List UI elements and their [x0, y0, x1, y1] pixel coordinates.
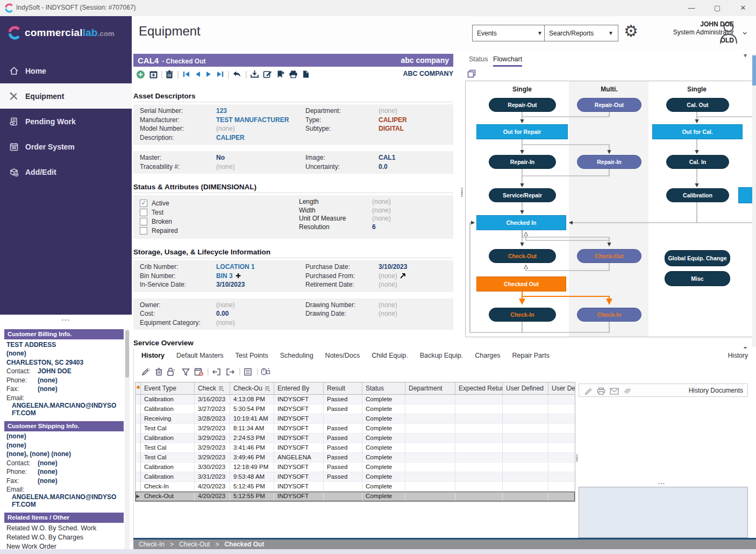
flow-node-check-in-multi[interactable]: Check-In: [577, 308, 641, 322]
user-menu-chevron-icon[interactable]: ⌄: [741, 26, 748, 37]
move-left-icon[interactable]: [211, 367, 221, 377]
flow-node-cal-out[interactable]: Cal. Out: [666, 98, 729, 112]
flow-node-calibration[interactable]: Calibration: [666, 188, 729, 202]
subtype-value[interactable]: DIGITAL: [379, 125, 453, 133]
bookmark-add-icon[interactable]: [275, 69, 285, 79]
flow-node-repair-out-multi[interactable]: Repair-Out: [577, 98, 641, 112]
sidebar-item-home[interactable]: Home: [0, 58, 132, 83]
billing-email[interactable]: ANGELENA.MARCIANO@INDYSOFT.COM: [4, 402, 117, 417]
flow-node-check-out-multi[interactable]: Check-Out: [577, 249, 641, 263]
breadcrumb-check-in[interactable]: Check-In: [139, 541, 165, 548]
undo-icon[interactable]: [232, 69, 241, 79]
test-checkbox[interactable]: [140, 209, 147, 216]
move-right-icon[interactable]: [225, 367, 235, 377]
flow-node-checked-in[interactable]: Checked In: [476, 215, 566, 230]
column-header-entered-by[interactable]: Entered By: [274, 382, 324, 394]
bin-number-value[interactable]: BIN 3: [216, 272, 233, 280]
checkbox-row-active[interactable]: Active: [140, 198, 299, 208]
shipping-email[interactable]: ANGELENA.MARCIANO@INDYSOFT.COM: [4, 493, 117, 508]
sidebar-scrollbar-thumb[interactable]: [125, 330, 129, 378]
column-header-expected-return[interactable]: Expected Return: [455, 382, 503, 394]
delete-icon[interactable]: [154, 367, 163, 377]
copy-icon[interactable]: [467, 69, 476, 78]
related-link-charges[interactable]: Related W.O. By Charges: [4, 532, 124, 541]
sidebar-splitter[interactable]: ...: [0, 315, 132, 328]
flow-node-service-repair[interactable]: Service/Repair: [489, 188, 556, 202]
edit-icon[interactable]: [262, 69, 272, 79]
settings-gear-icon[interactable]: ⚙: [624, 22, 638, 40]
edit-icon[interactable]: [140, 367, 150, 377]
table-row[interactable]: ▶Check-Out4/20/20235:12:55 PMINDYSOFTCom…: [135, 492, 575, 501]
flow-node-repair-in-multi[interactable]: Repair-In: [577, 155, 641, 169]
search-reports-dropdown[interactable]: Search/Reports▼: [544, 25, 618, 41]
tab-flowchart[interactable]: Flowchart: [493, 55, 522, 67]
description-value[interactable]: CALIPER: [216, 134, 305, 142]
manufacturer-value[interactable]: TEST MANUFACTURER: [216, 116, 305, 124]
checkbox-row-broken[interactable]: Broken: [140, 217, 299, 226]
flow-node-check-out-single[interactable]: Check-Out: [489, 249, 556, 263]
print-icon[interactable]: [288, 69, 298, 79]
add-bin-icon[interactable]: ✚: [236, 272, 241, 280]
tab-status[interactable]: Status: [469, 55, 488, 65]
tab-child-equip[interactable]: Child Equip.: [372, 352, 408, 359]
flow-node-checked-out[interactable]: Checked Out: [476, 276, 566, 292]
flowchart-scrollbar-thumb[interactable]: [752, 55, 756, 86]
first-record-icon[interactable]: [181, 69, 191, 79]
vertical-resize-handle[interactable]: ⋮⋮⋮: [459, 189, 465, 196]
table-row[interactable]: Check-In4/20/20235:12:45 PMINDYSOFTCompl…: [135, 482, 575, 492]
list-icon[interactable]: [243, 367, 253, 377]
sidebar-item-equipment[interactable]: Equipment: [0, 83, 132, 109]
vertical-resize-handle[interactable]: ⋮⋮: [574, 456, 580, 460]
flow-node-global-equip-change[interactable]: Global Equip. Change: [665, 250, 730, 266]
image-value[interactable]: CAL1: [379, 154, 453, 162]
sidebar-item-add-edit[interactable]: Add/Edit: [0, 159, 132, 184]
maximize-button[interactable]: ▢: [709, 2, 725, 14]
docs-overflow-handle[interactable]: ...: [658, 478, 665, 486]
last-record-icon[interactable]: [215, 69, 225, 79]
flow-node-out-for-cal[interactable]: Out for Cal.: [652, 124, 743, 139]
checkbox-row-repaired[interactable]: Repaired: [140, 226, 299, 235]
column-header-user-def[interactable]: User Def: [548, 382, 575, 394]
minimize-button[interactable]: —: [683, 2, 700, 14]
flow-node-repair-out-single[interactable]: Repair-Out: [489, 98, 556, 112]
import-icon[interactable]: [249, 69, 259, 79]
checkbox-row-test[interactable]: Test: [140, 208, 299, 217]
column-header-user-defined[interactable]: User Defined: [503, 382, 548, 394]
table-row[interactable]: Calibration3/31/20239:53:48 AMINDYSOFTPa…: [135, 472, 575, 482]
schedule-icon[interactable]: [148, 69, 158, 79]
tab-default-masters[interactable]: Default Masters: [176, 352, 224, 359]
table-row[interactable]: Test Cal3/29/20233:41:46 PMINDYSOFTPasse…: [135, 443, 575, 453]
next-record-icon[interactable]: [204, 69, 213, 79]
goto-icon[interactable]: [400, 273, 405, 279]
email-icon[interactable]: [609, 386, 619, 396]
tab-backup-equip[interactable]: Backup Equip.: [420, 352, 463, 359]
tab-repair-parts[interactable]: Repair Parts: [512, 352, 549, 359]
quick-event-icon[interactable]: [261, 367, 270, 377]
tab-scheduling[interactable]: Scheduling: [280, 352, 313, 359]
table-row[interactable]: Calibration3/16/20234:13:08 PMINDYSOFTPa…: [135, 395, 575, 404]
print-icon[interactable]: [596, 386, 606, 396]
add-icon[interactable]: [135, 69, 145, 79]
flow-node-repair-in-single[interactable]: Repair-In: [489, 155, 556, 169]
column-header-check-out[interactable]: Check-Ou: [230, 382, 274, 394]
table-row[interactable]: Receiving3/28/202310:19:41 AMINDYSOFTCom…: [135, 414, 575, 424]
delete-icon[interactable]: [165, 69, 174, 79]
events-dropdown[interactable]: Events▼: [472, 25, 547, 41]
lock-icon[interactable]: [167, 367, 176, 377]
active-checkbox[interactable]: [140, 200, 147, 207]
edit-icon[interactable]: [583, 386, 593, 396]
column-header-check[interactable]: Check: [195, 382, 230, 394]
tag-icon[interactable]: [622, 386, 632, 396]
flow-node-out-for-repair[interactable]: Out for Repair: [476, 124, 568, 139]
broken-checkbox[interactable]: [140, 218, 147, 225]
breadcrumb-check-out[interactable]: Check-Out: [179, 541, 210, 548]
tab-charges[interactable]: Charges: [475, 352, 500, 359]
column-header-status[interactable]: Status: [362, 382, 405, 394]
close-button[interactable]: ✕: [735, 2, 751, 14]
flowchart-scrollbar[interactable]: [752, 54, 756, 347]
column-header-result[interactable]: Result: [324, 382, 362, 394]
flow-node-cal-in[interactable]: Cal. In: [666, 155, 729, 169]
tab-history[interactable]: History: [141, 352, 165, 359]
table-row[interactable]: Calibration3/29/20232:24:53 PMINDYSOFTPa…: [135, 434, 575, 443]
table-row[interactable]: Test Cal3/29/20233:49:46 PMANGELENAPasse…: [135, 453, 575, 463]
